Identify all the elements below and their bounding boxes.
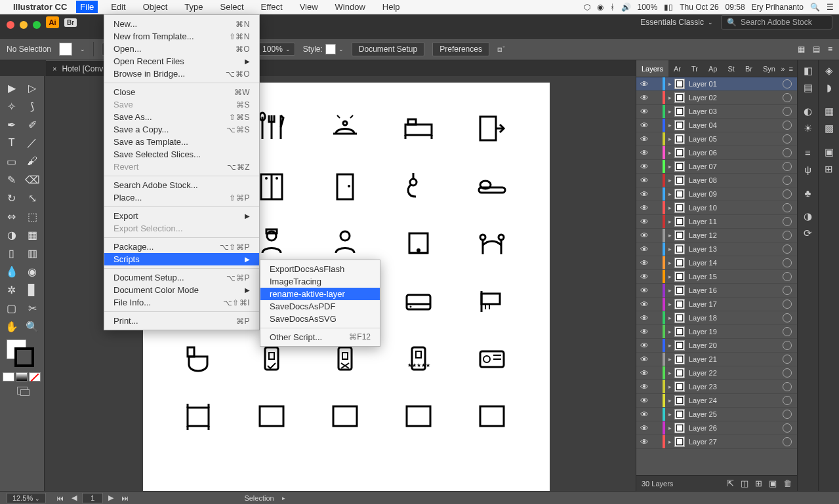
stroke-icon[interactable]: ≡ — [800, 144, 816, 160]
visibility-icon[interactable]: 👁 — [636, 107, 652, 117]
menu-item-print-[interactable]: Print...⌘P — [104, 315, 259, 327]
target-icon[interactable] — [783, 258, 792, 267]
disclosure-icon[interactable]: ▸ — [665, 383, 674, 390]
target-icon[interactable] — [783, 79, 792, 88]
visibility-icon[interactable]: 👁 — [636, 134, 652, 144]
menu-item-save-as-[interactable]: Save As...⇧⌘S — [104, 111, 259, 123]
script-item-savedocsassvg[interactable]: SaveDocsAsSVG — [260, 313, 380, 325]
graphic-styles-icon[interactable]: ▣ — [821, 144, 837, 160]
visibility-icon[interactable]: 👁 — [636, 231, 652, 241]
layer-row[interactable]: 👁▸Layer 04 — [636, 119, 797, 132]
menu-type[interactable]: Type — [180, 1, 207, 13]
visibility-icon[interactable]: 👁 — [636, 176, 652, 185]
disclosure-icon[interactable]: ▸ — [665, 122, 674, 128]
last-artboard-icon[interactable]: ⏭ — [119, 494, 131, 502]
script-item-savedocsaspdf[interactable]: SaveDocsAsPDF — [260, 300, 380, 313]
new-sublayer-icon[interactable]: ⊞ — [755, 478, 762, 488]
search-stock-input[interactable]: 🔍 Search Adobe Stock — [721, 15, 832, 29]
layer-row[interactable]: 👁▸Layer 15 — [636, 270, 797, 284]
visibility-icon[interactable]: 👁 — [636, 327, 652, 337]
date-text[interactable]: Thu Oct 26 — [680, 3, 718, 12]
visibility-icon[interactable]: 👁 — [636, 341, 652, 351]
layer-row[interactable]: 👁▸Layer 12 — [636, 229, 797, 242]
app-name[interactable]: Illustrator CC — [13, 2, 67, 12]
fill-swatch[interactable] — [59, 43, 72, 56]
target-icon[interactable] — [783, 203, 792, 212]
disclosure-icon[interactable]: ▸ — [665, 356, 674, 362]
layer-row[interactable]: 👁▸Layer 10 — [636, 201, 797, 215]
close-window-button[interactable] — [7, 21, 14, 29]
visibility-icon[interactable]: 👁 — [636, 396, 652, 406]
target-icon[interactable] — [783, 437, 792, 446]
menu-file[interactable]: File — [76, 1, 98, 13]
target-icon[interactable] — [783, 272, 792, 281]
script-item-exportdocsasflash[interactable]: ExportDocsAsFlash — [260, 263, 380, 275]
target-icon[interactable] — [783, 121, 792, 130]
blend-tool[interactable]: ◉ — [24, 263, 42, 279]
opacity-input[interactable]: 100%⌄ — [258, 43, 295, 56]
prev-artboard-icon[interactable]: ◀ — [69, 494, 79, 502]
fill-stroke-swatch[interactable] — [3, 339, 41, 368]
menu-edit[interactable]: Edit — [107, 1, 129, 13]
shape-icon[interactable]: ◗ — [821, 80, 837, 96]
disclosure-icon[interactable]: ▸ — [665, 438, 674, 445]
delete-layer-icon[interactable]: 🗑 — [783, 478, 792, 488]
visibility-icon[interactable]: 👁 — [636, 300, 652, 309]
panel-tab-tr[interactable]: Tr — [686, 60, 703, 77]
new-layer-icon[interactable]: ▣ — [769, 478, 777, 488]
target-icon[interactable] — [783, 327, 792, 336]
visibility-icon[interactable]: 👁 — [636, 437, 652, 447]
panel-tab-br[interactable]: Br — [740, 60, 758, 77]
gradient-panel-icon[interactable]: ♣ — [800, 185, 816, 201]
disclosure-icon[interactable]: ▸ — [665, 204, 674, 211]
next-artboard-icon[interactable]: ▶ — [106, 494, 116, 502]
target-icon[interactable] — [783, 423, 792, 433]
width-tool[interactable]: ⇔ — [3, 208, 21, 224]
panel-tab-layers[interactable]: Layers — [636, 60, 668, 77]
menu-item-new-[interactable]: New...⌘N — [104, 18, 259, 30]
menu-object[interactable]: Object — [139, 1, 172, 13]
locate-layer-icon[interactable]: ⇱ — [727, 478, 734, 488]
disclosure-icon[interactable]: ▸ — [665, 260, 674, 266]
visibility-icon[interactable]: 👁 — [636, 203, 652, 213]
layer-row[interactable]: 👁▸Layer 18 — [636, 311, 797, 325]
battery-icon[interactable]: ▮▯ — [664, 3, 673, 12]
dropbox-icon[interactable]: ⬡ — [584, 3, 590, 12]
panel-tab-syn[interactable]: Syn — [758, 60, 781, 77]
layer-row[interactable]: 👁▸Layer 19 — [636, 325, 797, 339]
eyedropper-tool[interactable]: 💧 — [3, 263, 21, 279]
color-icon[interactable]: ▤ — [800, 80, 816, 96]
menu-view[interactable]: View — [296, 1, 322, 13]
layer-row[interactable]: 👁▸Layer 22 — [636, 366, 797, 380]
disclosure-icon[interactable]: ▸ — [665, 149, 674, 156]
layer-row[interactable]: 👁▸Layer 03 — [636, 105, 797, 119]
align-panel-icon[interactable]: ▤ — [813, 45, 820, 54]
transform-icon[interactable]: ⊞ — [821, 161, 837, 177]
target-icon[interactable] — [783, 396, 792, 405]
layer-row[interactable]: 👁▸Layer 26 — [636, 421, 797, 435]
layer-row[interactable]: 👁▸Layer 16 — [636, 284, 797, 298]
appearance-icon[interactable]: ⟳ — [800, 225, 816, 241]
disclosure-icon[interactable]: ▸ — [665, 328, 674, 335]
disclosure-icon[interactable]: ▸ — [665, 287, 674, 294]
user-name[interactable]: Ery Prihananto — [752, 3, 804, 12]
disclosure-icon[interactable]: ▸ — [665, 370, 674, 376]
target-icon[interactable] — [783, 217, 792, 226]
panel-menu-icon[interactable]: ≡ — [789, 65, 793, 73]
spotlight-icon[interactable]: 🔍 — [810, 3, 820, 12]
disclosure-icon[interactable]: ▸ — [665, 301, 674, 307]
menu-item-document-color-mode[interactable]: Document Color Mode▶ — [104, 284, 259, 296]
visibility-icon[interactable]: 👁 — [636, 368, 652, 378]
screen-mode-button[interactable] — [3, 387, 41, 395]
menu-item-save-selected-slices-[interactable]: Save Selected Slices... — [104, 148, 259, 161]
layer-row[interactable]: 👁▸Layer 17 — [636, 298, 797, 311]
menu-item-place-[interactable]: Place...⇧⌘P — [104, 191, 259, 204]
disclosure-icon[interactable]: ▸ — [665, 315, 674, 321]
style-swatch[interactable] — [325, 44, 336, 54]
visibility-icon[interactable]: 👁 — [636, 382, 652, 392]
menu-item-close[interactable]: Close⌘W — [104, 86, 259, 98]
panel-tab-ar[interactable]: Ar — [668, 60, 686, 77]
rectangle-tool[interactable]: ▭ — [3, 153, 21, 169]
visibility-icon[interactable]: 👁 — [636, 286, 652, 296]
menu-item-open-recent-files[interactable]: Open Recent Files▶ — [104, 55, 259, 68]
